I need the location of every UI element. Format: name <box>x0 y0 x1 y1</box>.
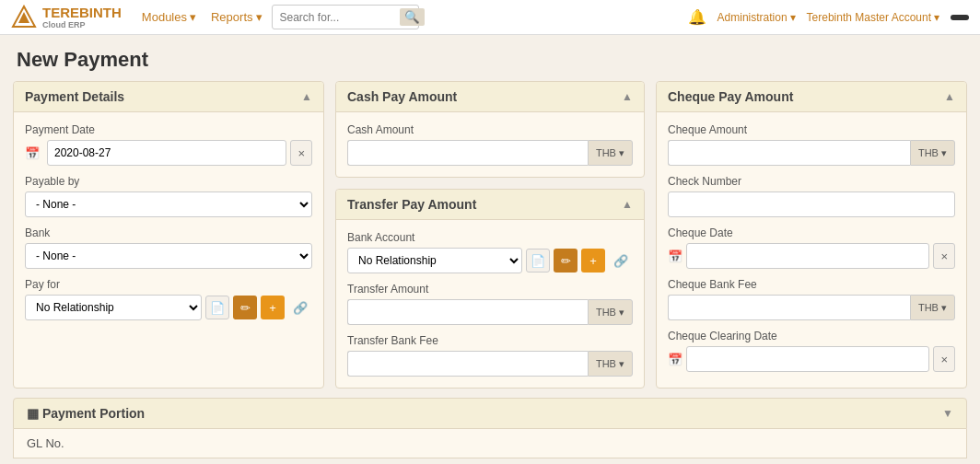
transfer-pay-body: Bank Account No Relationship 📄 ✏ + 🔗 Tra… <box>336 220 644 388</box>
cash-amount-input[interactable] <box>347 140 588 166</box>
cheque-bank-fee-label: Cheque Bank Fee <box>668 278 955 291</box>
check-number-label: Check Number <box>668 175 955 188</box>
payment-details-header: Payment Details ▲ <box>14 82 323 112</box>
admin-menu[interactable]: Administration ▾ <box>718 11 796 24</box>
pay-for-row: No Relationship 📄 ✏ + 🔗 <box>25 295 312 320</box>
user-button[interactable] <box>951 15 969 20</box>
cheque-clearing-date-input[interactable] <box>686 346 929 372</box>
cash-pay-body: Cash Amount THB ▾ <box>336 112 644 177</box>
cheque-bank-fee-input[interactable] <box>668 295 910 320</box>
main-content: Payment Details ▲ Payment Date 📅 × Payab… <box>0 81 980 398</box>
collapse-payment-details-icon[interactable]: ▲ <box>301 90 312 103</box>
cheque-date-input[interactable] <box>686 243 929 269</box>
pay-for-add-button[interactable]: + <box>261 296 285 319</box>
clear-cheque-date-button[interactable]: × <box>933 243 955 269</box>
transfer-pay-header: Transfer Pay Amount ▲ <box>336 190 644 220</box>
navbar: TEREBINTH Cloud ERP Modules ▾ Reports ▾ … <box>0 0 980 35</box>
payment-portion-section: ▦ Payment Portion ▼ GL No. <box>13 398 967 458</box>
payable-by-label: Payable by <box>25 175 312 188</box>
cheque-amount-input[interactable] <box>668 140 910 166</box>
cheque-pay-body: Cheque Amount THB ▾ Check Number Cheque … <box>657 112 966 383</box>
calendar-icon: 📅 <box>25 146 40 160</box>
master-account-menu[interactable]: Terebinth Master Account ▾ <box>807 11 939 24</box>
reports-menu[interactable]: Reports ▾ <box>205 10 268 24</box>
cash-thb-button[interactable]: THB ▾ <box>588 140 633 166</box>
transfer-bank-fee-row: THB ▾ <box>347 351 633 377</box>
bank-account-doc-button[interactable]: 📄 <box>526 249 550 273</box>
logo-sub: Cloud ERP <box>42 20 122 29</box>
nav-links: Modules ▾ Reports ▾ 🔍 <box>136 5 419 29</box>
pay-for-chain-button[interactable]: 🔗 <box>288 296 312 319</box>
cash-amount-row: THB ▾ <box>347 140 633 166</box>
payable-by-select[interactable]: - None - <box>25 191 312 217</box>
cheque-date-label: Cheque Date <box>668 226 955 239</box>
cash-amount-label: Cash Amount <box>347 123 633 136</box>
cash-pay-card: Cash Pay Amount ▲ Cash Amount THB ▾ <box>335 81 645 178</box>
pay-for-edit-button[interactable]: ✏ <box>233 296 257 319</box>
check-number-input[interactable] <box>668 191 955 217</box>
clear-date-button[interactable]: × <box>290 140 312 166</box>
cheque-bank-fee-row: THB ▾ <box>668 295 955 320</box>
cheque-calendar-icon: 📅 <box>668 249 682 263</box>
transfer-amount-label: Transfer Amount <box>347 283 633 296</box>
payment-portion-body: GL No. <box>13 429 967 458</box>
payment-date-label: Payment Date <box>25 123 312 136</box>
cheque-thb-button[interactable]: THB ▾ <box>910 140 955 166</box>
nav-right: 🔔 Administration ▾ Terebinth Master Acco… <box>688 8 969 26</box>
bank-account-chain-button[interactable]: 🔗 <box>609 249 633 273</box>
transfer-fee-thb-button[interactable]: THB ▾ <box>588 351 633 377</box>
payment-details-body: Payment Date 📅 × Payable by - None - Ban… <box>14 112 323 331</box>
cheque-date-row: 📅 × <box>668 243 955 269</box>
collapse-cheque-icon[interactable]: ▲ <box>944 90 955 103</box>
pay-for-select[interactable]: No Relationship <box>25 295 202 320</box>
bank-account-label: Bank Account <box>347 231 633 244</box>
collapse-transfer-icon[interactable]: ▲ <box>622 198 633 211</box>
cheque-clearing-date-label: Cheque Clearing Date <box>668 330 955 342</box>
bank-account-row: No Relationship 📄 ✏ + 🔗 <box>347 248 633 273</box>
modules-menu[interactable]: Modules ▾ <box>136 10 202 24</box>
grid-icon: ▦ <box>27 406 39 421</box>
transfer-pay-card: Transfer Pay Amount ▲ Bank Account No Re… <box>335 189 645 389</box>
cheque-amount-label: Cheque Amount <box>668 123 955 136</box>
bank-select[interactable]: - None - <box>25 243 312 269</box>
search-box: 🔍 <box>272 5 419 29</box>
page-title: New Payment <box>0 35 980 81</box>
logo-name: TEREBINTH <box>42 5 122 20</box>
payment-portion-header: ▦ Payment Portion ▼ <box>13 398 967 429</box>
transfer-bank-fee-label: Transfer Bank Fee <box>347 334 633 347</box>
collapse-payment-portion-icon[interactable]: ▼ <box>942 407 953 420</box>
middle-column: Cash Pay Amount ▲ Cash Amount THB ▾ Tran… <box>335 81 645 389</box>
payment-details-card: Payment Details ▲ Payment Date 📅 × Payab… <box>13 81 324 389</box>
bank-account-edit-button[interactable]: ✏ <box>554 249 578 273</box>
logo: TEREBINTH Cloud ERP <box>11 5 122 30</box>
transfer-amount-row: THB ▾ <box>347 299 633 325</box>
cheque-clearing-calendar-icon: 📅 <box>668 353 682 366</box>
collapse-cash-icon[interactable]: ▲ <box>622 90 633 103</box>
transfer-thb-button[interactable]: THB ▾ <box>588 299 633 325</box>
bank-account-add-button[interactable]: + <box>581 249 605 273</box>
pay-for-doc-button[interactable]: 📄 <box>205 296 229 319</box>
notification-icon[interactable]: 🔔 <box>688 8 706 26</box>
cheque-clearing-date-row: 📅 × <box>668 346 955 372</box>
cash-pay-header: Cash Pay Amount ▲ <box>336 82 644 112</box>
cheque-pay-card: Cheque Pay Amount ▲ Cheque Amount THB ▾ … <box>656 81 967 389</box>
search-button[interactable]: 🔍 <box>400 8 425 26</box>
transfer-amount-input[interactable] <box>347 299 588 325</box>
logo-icon <box>11 5 37 30</box>
payment-portion-title-row: ▦ Payment Portion <box>27 406 145 421</box>
payment-date-input[interactable] <box>47 140 286 166</box>
cheque-fee-thb-button[interactable]: THB ▾ <box>910 295 955 320</box>
transfer-bank-fee-input[interactable] <box>347 351 588 377</box>
clear-cheque-clearing-date-button[interactable]: × <box>933 346 955 372</box>
pay-for-label: Pay for <box>25 278 312 291</box>
bank-account-select[interactable]: No Relationship <box>347 248 522 273</box>
payment-date-row: 📅 × <box>25 140 312 166</box>
cheque-pay-header: Cheque Pay Amount ▲ <box>657 82 966 112</box>
search-input[interactable] <box>280 11 400 24</box>
cheque-amount-row: THB ▾ <box>668 140 955 166</box>
bank-label: Bank <box>25 226 312 239</box>
